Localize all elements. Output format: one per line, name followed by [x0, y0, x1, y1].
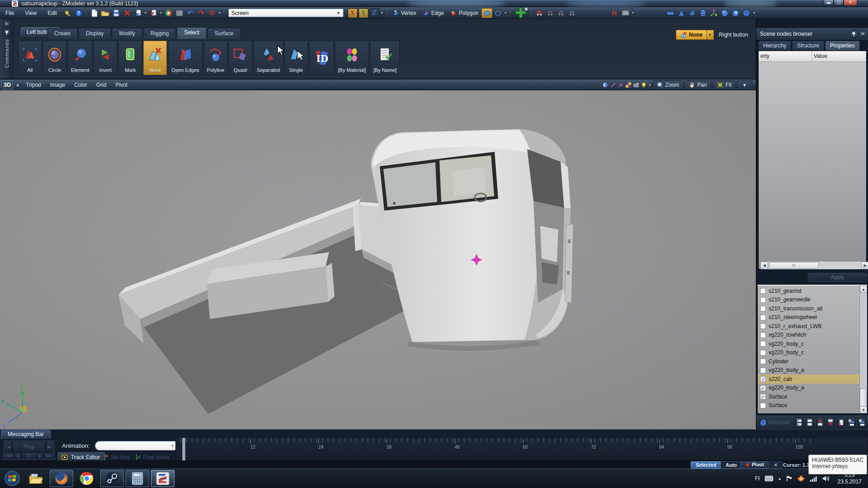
move-down-icon[interactable]: [827, 417, 835, 428]
auto-toggle[interactable]: Auto: [721, 461, 742, 469]
shading-icon[interactable]: [602, 81, 609, 89]
selected-toggle[interactable]: Selected: [691, 461, 721, 469]
prim-caret[interactable]: ▾: [752, 11, 756, 15]
checkbox-icon[interactable]: [760, 332, 766, 338]
viewport-options-caret[interactable]: ▾: [737, 80, 752, 90]
maximize-button[interactable]: ▢: [834, 0, 844, 6]
panel-close-icon[interactable]: ✕: [859, 31, 867, 38]
close-button[interactable]: ✕: [844, 0, 857, 6]
checkbox-checked-icon[interactable]: ✓: [760, 376, 766, 382]
scroll-left-icon[interactable]: ◀: [760, 262, 768, 269]
vertex-mode-button[interactable]: Vertex: [389, 8, 420, 18]
import-node-icon[interactable]: [837, 417, 845, 428]
node-row[interactable]: s210_transmission_alt: [758, 304, 867, 313]
taskbar-zmodeler[interactable]: [151, 470, 175, 487]
select-none-button[interactable]: None: [143, 41, 167, 75]
tray-expand-icon[interactable]: ▲: [778, 477, 782, 481]
checkbox-icon[interactable]: [760, 367, 766, 373]
uncheck-all-icon[interactable]: [806, 417, 814, 428]
facets-icon[interactable]: [617, 81, 625, 89]
select-all-button[interactable]: All: [18, 41, 42, 75]
menu-edit[interactable]: Edit: [42, 8, 62, 18]
snap-caret[interactable]: ▾: [631, 11, 635, 15]
messaging-bar-tab[interactable]: Messaging Bar: [1, 430, 51, 439]
checkbox-icon[interactable]: [760, 314, 766, 320]
wireframe-icon[interactable]: [609, 81, 617, 89]
axis-x-button[interactable]: X: [348, 8, 358, 18]
scroll-right-icon[interactable]: ▶: [861, 262, 868, 269]
ribbon-pin-icon[interactable]: [3, 29, 10, 36]
pan-button[interactable]: Pan: [684, 80, 711, 90]
keyboard-icon[interactable]: [764, 475, 774, 482]
object-mode-button[interactable]: [481, 8, 492, 18]
viewport-menu-grid[interactable]: Grid: [92, 82, 111, 88]
viewport-icons-caret[interactable]: ▾: [648, 83, 652, 87]
node-row[interactable]: vg220_body_c: [758, 339, 867, 348]
checkbox-icon[interactable]: [760, 297, 766, 303]
node-row[interactable]: s210_gearind: [758, 286, 867, 296]
node-row[interactable]: vg220_body_a: [758, 366, 867, 375]
step-fwd-button[interactable]: ▶: [37, 452, 44, 459]
select-by-material-button[interactable]: [By Material]: [335, 41, 369, 75]
checkbox-icon[interactable]: [760, 341, 766, 347]
prim-sphere-icon[interactable]: [720, 8, 730, 18]
snap-face-icon[interactable]: [556, 8, 566, 18]
tab-select[interactable]: Select: [177, 27, 206, 39]
clapper-icon[interactable]: [632, 81, 640, 89]
prim-torus-icon[interactable]: [731, 8, 741, 18]
check-all-icon[interactable]: [795, 417, 803, 428]
menu-file[interactable]: File: [0, 8, 19, 18]
node-row[interactable]: s210_r_exhaust_LWB: [758, 322, 867, 331]
node-row[interactable]: vg220_body_c: [758, 348, 867, 357]
avast-icon[interactable]: a: [797, 475, 805, 482]
export-icon[interactable]: [133, 8, 143, 18]
tab-rigging[interactable]: Rigging: [143, 28, 176, 39]
tab-surface[interactable]: Surface: [208, 28, 241, 39]
viewport-menu-pivot[interactable]: Pivot: [111, 82, 132, 88]
checkbox-icon[interactable]: [760, 358, 766, 364]
viewport-collapse-icon[interactable]: ◀: [13, 83, 21, 87]
checkbox-icon[interactable]: [760, 288, 766, 294]
snap-toggle-icon[interactable]: [609, 8, 619, 18]
apply-button[interactable]: Apply: [808, 273, 867, 282]
prim-cylinder-icon[interactable]: [698, 8, 708, 18]
select-id-button[interactable]: ID: [309, 41, 334, 75]
checkbox-icon[interactable]: [760, 350, 766, 356]
select-open-edges-button[interactable]: Open Edges: [168, 41, 202, 75]
polygon-mode-button[interactable]: Polygon: [447, 8, 481, 18]
node-list-scrollbar[interactable]: ▲ ▼: [859, 286, 867, 413]
move-up-icon[interactable]: [816, 417, 824, 428]
refresh-icon[interactable]: ⟳: [207, 8, 217, 18]
expand-all-icon[interactable]: [848, 417, 855, 428]
language-indicator[interactable]: FI: [755, 475, 760, 482]
open-file-icon[interactable]: [100, 8, 110, 18]
taskbar-steam[interactable]: [100, 470, 124, 487]
viewport-menu-color[interactable]: Color: [70, 82, 92, 88]
script-cert-icon[interactable]: [63, 8, 73, 18]
toolbar-caret[interactable]: ▾: [217, 11, 222, 15]
select-polyline-button[interactable]: Polyline: [204, 41, 228, 75]
node-row[interactable]: ✓Surface: [758, 392, 867, 401]
prim-plane-icon[interactable]: [665, 8, 675, 18]
mode-caret[interactable]: ▾: [503, 11, 508, 15]
go-end-button[interactable]: ▶|: [46, 441, 54, 452]
clear-selection-button[interactable]: ✕: [769, 461, 783, 469]
redo-icon[interactable]: ↷: [196, 8, 206, 18]
snap-edge-icon[interactable]: [545, 8, 555, 18]
timeline[interactable]: 01224364860728496108: [175, 437, 868, 460]
select-mark-button[interactable]: Mark: [118, 41, 142, 75]
sb-tab-properties[interactable]: Properties: [825, 41, 860, 51]
play-button[interactable]: Play: [12, 441, 46, 452]
scroll-down-icon[interactable]: ▼: [860, 406, 867, 413]
go-start-button[interactable]: |◀: [4, 441, 12, 452]
tab-create[interactable]: Create: [47, 28, 78, 39]
snap-image-icon[interactable]: [620, 8, 630, 18]
export-caret[interactable]: ▾: [143, 11, 148, 15]
taskbar-calculator[interactable]: 0: [126, 470, 149, 487]
node-row[interactable]: ✓s220_cab: [758, 375, 867, 384]
save-icon[interactable]: [111, 8, 121, 18]
select-circle-button[interactable]: Circle: [43, 41, 66, 75]
delete-icon[interactable]: [122, 8, 132, 18]
vscroll-thumb[interactable]: [860, 389, 867, 408]
prim-box-icon[interactable]: [687, 8, 697, 18]
